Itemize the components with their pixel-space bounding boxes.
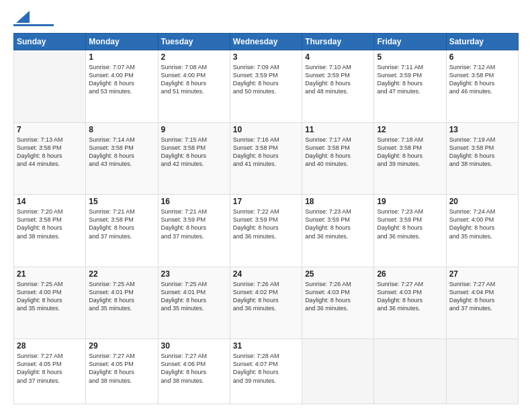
day-number: 24: [233, 269, 299, 279]
page: Sunday Monday Tuesday Wednesday Thursday…: [0, 0, 532, 411]
calendar-table: Sunday Monday Tuesday Wednesday Thursday…: [13, 33, 519, 404]
table-row: 21Sunrise: 7:25 AMSunset: 4:00 PMDayligh…: [14, 267, 86, 339]
day-info: Sunrise: 7:08 AMSunset: 4:00 PMDaylight:…: [161, 63, 227, 96]
day-number: 20: [449, 197, 515, 206]
day-number: 8: [89, 125, 154, 134]
day-info: Sunrise: 7:25 AMSunset: 4:00 PMDaylight:…: [17, 280, 83, 313]
calendar-week-row: 14Sunrise: 7:20 AMSunset: 3:58 PMDayligh…: [14, 195, 519, 267]
table-row: 4Sunrise: 7:10 AMSunset: 3:59 PMDaylight…: [302, 50, 374, 123]
table-row: 16Sunrise: 7:21 AMSunset: 3:59 PMDayligh…: [158, 195, 230, 267]
logo: [13, 12, 54, 26]
col-thursday: Thursday: [302, 34, 374, 50]
col-tuesday: Tuesday: [158, 34, 230, 50]
day-info: Sunrise: 7:21 AMSunset: 3:58 PMDaylight:…: [89, 208, 154, 240]
day-number: 29: [89, 341, 154, 351]
calendar-header-row: Sunday Monday Tuesday Wednesday Thursday…: [14, 34, 519, 50]
table-row: 26Sunrise: 7:27 AMSunset: 4:03 PMDayligh…: [374, 267, 446, 339]
logo-underline: [13, 24, 54, 26]
day-number: 19: [377, 197, 443, 206]
day-number: 23: [161, 269, 227, 279]
table-row: 31Sunrise: 7:28 AMSunset: 4:07 PMDayligh…: [230, 339, 302, 404]
col-wednesday: Wednesday: [230, 34, 302, 50]
calendar-week-row: 21Sunrise: 7:25 AMSunset: 4:00 PMDayligh…: [14, 267, 519, 339]
table-row: 20Sunrise: 7:24 AMSunset: 4:00 PMDayligh…: [446, 195, 518, 267]
day-info: Sunrise: 7:13 AMSunset: 3:58 PMDaylight:…: [17, 136, 83, 169]
day-number: 5: [377, 52, 443, 62]
day-info: Sunrise: 7:28 AMSunset: 4:07 PMDaylight:…: [233, 352, 299, 385]
day-info: Sunrise: 7:27 AMSunset: 4:05 PMDaylight:…: [89, 352, 154, 385]
table-row: 17Sunrise: 7:22 AMSunset: 3:59 PMDayligh…: [230, 195, 302, 267]
day-info: Sunrise: 7:11 AMSunset: 3:59 PMDaylight:…: [377, 63, 443, 96]
day-info: Sunrise: 7:26 AMSunset: 4:02 PMDaylight:…: [233, 280, 299, 313]
table-row: 24Sunrise: 7:26 AMSunset: 4:02 PMDayligh…: [230, 267, 302, 339]
day-number: 31: [233, 341, 299, 351]
svg-marker-0: [16, 11, 30, 23]
table-row: 1Sunrise: 7:07 AMSunset: 4:00 PMDaylight…: [86, 50, 158, 123]
day-number: 22: [89, 269, 154, 279]
day-info: Sunrise: 7:27 AMSunset: 4:05 PMDaylight:…: [17, 352, 83, 385]
day-info: Sunrise: 7:17 AMSunset: 3:58 PMDaylight:…: [305, 136, 371, 169]
day-info: Sunrise: 7:10 AMSunset: 3:59 PMDaylight:…: [305, 63, 371, 96]
day-info: Sunrise: 7:09 AMSunset: 3:59 PMDaylight:…: [233, 63, 299, 96]
day-info: Sunrise: 7:07 AMSunset: 4:00 PMDaylight:…: [89, 63, 154, 96]
calendar-week-row: 7Sunrise: 7:13 AMSunset: 3:58 PMDaylight…: [14, 122, 519, 195]
day-info: Sunrise: 7:23 AMSunset: 3:59 PMDaylight:…: [377, 208, 443, 240]
table-row: 12Sunrise: 7:18 AMSunset: 3:58 PMDayligh…: [374, 122, 446, 195]
day-info: Sunrise: 7:23 AMSunset: 3:59 PMDaylight:…: [305, 208, 371, 240]
col-sunday: Sunday: [14, 34, 86, 50]
day-number: 25: [305, 269, 371, 279]
day-info: Sunrise: 7:25 AMSunset: 4:01 PMDaylight:…: [89, 280, 154, 313]
table-row: 19Sunrise: 7:23 AMSunset: 3:59 PMDayligh…: [374, 195, 446, 267]
table-row: 28Sunrise: 7:27 AMSunset: 4:05 PMDayligh…: [14, 339, 86, 404]
day-number: 15: [89, 197, 154, 206]
day-number: 12: [377, 125, 443, 134]
day-info: Sunrise: 7:27 AMSunset: 4:04 PMDaylight:…: [449, 280, 515, 313]
table-row: 6Sunrise: 7:12 AMSunset: 3:58 PMDaylight…: [446, 50, 518, 123]
day-number: 11: [305, 125, 371, 134]
table-row: 27Sunrise: 7:27 AMSunset: 4:04 PMDayligh…: [446, 267, 518, 339]
table-row: 18Sunrise: 7:23 AMSunset: 3:59 PMDayligh…: [302, 195, 374, 267]
logo-triangle-icon: [16, 11, 30, 23]
day-info: Sunrise: 7:26 AMSunset: 4:03 PMDaylight:…: [305, 280, 371, 313]
day-number: 2: [161, 52, 227, 62]
day-number: 4: [305, 52, 371, 62]
table-row: 29Sunrise: 7:27 AMSunset: 4:05 PMDayligh…: [86, 339, 158, 404]
day-info: Sunrise: 7:15 AMSunset: 3:58 PMDaylight:…: [161, 136, 227, 169]
day-info: Sunrise: 7:27 AMSunset: 4:06 PMDaylight:…: [161, 352, 227, 385]
calendar-week-row: 1Sunrise: 7:07 AMSunset: 4:00 PMDaylight…: [14, 50, 519, 123]
table-row: 11Sunrise: 7:17 AMSunset: 3:58 PMDayligh…: [302, 122, 374, 195]
day-number: 26: [377, 269, 443, 279]
table-row: 13Sunrise: 7:19 AMSunset: 3:58 PMDayligh…: [446, 122, 518, 195]
day-number: 13: [449, 125, 515, 134]
day-number: 1: [89, 52, 154, 62]
day-info: Sunrise: 7:18 AMSunset: 3:58 PMDaylight:…: [377, 136, 443, 169]
col-saturday: Saturday: [446, 34, 518, 50]
table-row: 25Sunrise: 7:26 AMSunset: 4:03 PMDayligh…: [302, 267, 374, 339]
day-info: Sunrise: 7:24 AMSunset: 4:00 PMDaylight:…: [449, 208, 515, 240]
day-number: 10: [233, 125, 299, 134]
day-number: 6: [449, 52, 515, 62]
table-row: 10Sunrise: 7:16 AMSunset: 3:58 PMDayligh…: [230, 122, 302, 195]
day-info: Sunrise: 7:14 AMSunset: 3:58 PMDaylight:…: [89, 136, 154, 169]
day-info: Sunrise: 7:22 AMSunset: 3:59 PMDaylight:…: [233, 208, 299, 240]
table-row: 5Sunrise: 7:11 AMSunset: 3:59 PMDaylight…: [374, 50, 446, 123]
day-number: 28: [17, 341, 83, 351]
day-number: 18: [305, 197, 371, 206]
table-row: [14, 50, 86, 123]
day-number: 21: [17, 269, 83, 279]
header: [13, 12, 519, 26]
day-number: 7: [17, 125, 83, 134]
col-friday: Friday: [374, 34, 446, 50]
day-number: 27: [449, 269, 515, 279]
day-number: 30: [161, 341, 227, 351]
table-row: 7Sunrise: 7:13 AMSunset: 3:58 PMDaylight…: [14, 122, 86, 195]
day-info: Sunrise: 7:20 AMSunset: 3:58 PMDaylight:…: [17, 208, 83, 240]
col-monday: Monday: [86, 34, 158, 50]
day-info: Sunrise: 7:16 AMSunset: 3:58 PMDaylight:…: [233, 136, 299, 169]
table-row: 8Sunrise: 7:14 AMSunset: 3:58 PMDaylight…: [86, 122, 158, 195]
day-info: Sunrise: 7:19 AMSunset: 3:58 PMDaylight:…: [449, 136, 515, 169]
table-row: 14Sunrise: 7:20 AMSunset: 3:58 PMDayligh…: [14, 195, 86, 267]
day-info: Sunrise: 7:27 AMSunset: 4:03 PMDaylight:…: [377, 280, 443, 313]
table-row: 2Sunrise: 7:08 AMSunset: 4:00 PMDaylight…: [158, 50, 230, 123]
day-info: Sunrise: 7:25 AMSunset: 4:01 PMDaylight:…: [161, 280, 227, 313]
